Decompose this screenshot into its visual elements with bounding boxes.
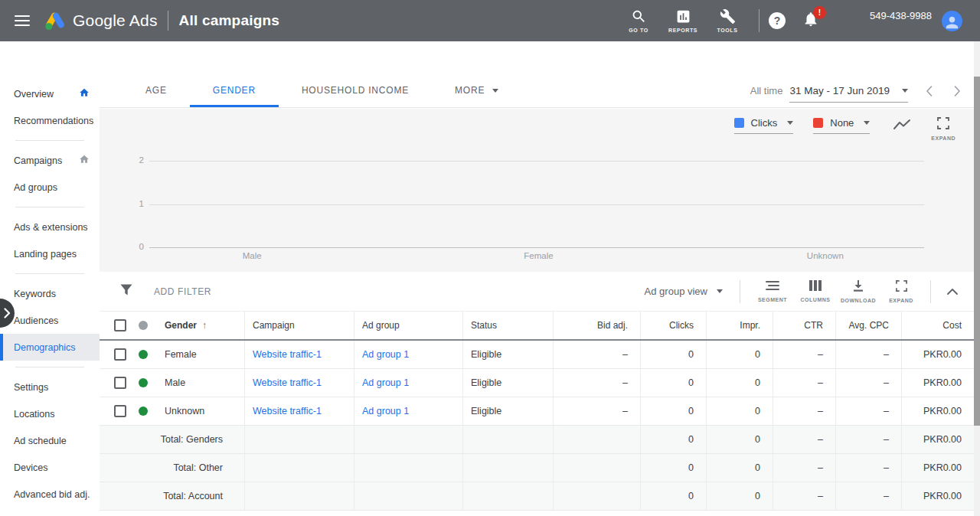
columns-button[interactable]: COLUMNS xyxy=(794,280,837,302)
x-axis-label-female: Female xyxy=(395,251,681,260)
campaign-link[interactable]: Website traffic-1 xyxy=(253,406,322,416)
select-all-checkbox[interactable] xyxy=(114,319,126,331)
vertical-scrollbar[interactable] xyxy=(974,41,980,516)
row-checkbox[interactable] xyxy=(114,405,126,417)
sidebar-item-label: Audiences xyxy=(14,315,58,326)
account-phone-number: 549-438-9988 xyxy=(870,10,932,21)
sidebar-item-devices[interactable]: Devices xyxy=(0,454,100,481)
header-cell-ad-group[interactable]: Ad group xyxy=(354,312,463,339)
header-cell-avg-cpc[interactable]: Avg. CPC xyxy=(836,312,902,339)
expand-label: EXPAND xyxy=(931,136,956,141)
avatar[interactable] xyxy=(942,11,962,31)
chart-expand-button[interactable]: EXPAND xyxy=(931,117,956,141)
column-label: Ad group xyxy=(362,320,400,331)
sidebar-item-advanced-bid-adj[interactable]: Advanced bid adj. xyxy=(0,481,100,508)
header-cell-gender[interactable]: Gender ↑ xyxy=(100,312,245,339)
add-filter-button[interactable]: ADD FILTER xyxy=(154,286,211,297)
sidebar-item-campaigns[interactable]: Campaigns xyxy=(0,147,100,174)
sidebar-item-demographics[interactable]: Demographics xyxy=(0,334,100,361)
header-cell-impr[interactable]: Impr. xyxy=(707,312,773,339)
gridline-0: 0 xyxy=(149,247,924,248)
wrench-icon xyxy=(720,8,736,24)
status-dot xyxy=(139,378,148,387)
ad-group-link[interactable]: Ad group 1 xyxy=(362,377,409,388)
sidebar-item-label: Ad groups xyxy=(14,182,57,193)
help-icon: ? xyxy=(774,15,781,27)
sidebar-item-ad-schedule[interactable]: Ad schedule xyxy=(0,427,100,454)
avg-cpc-value: – xyxy=(884,349,889,360)
goto-button[interactable]: GO TO xyxy=(621,8,656,33)
tab-label: HOUSEHOLD INCOME xyxy=(302,85,409,96)
row-checkbox[interactable] xyxy=(114,377,126,389)
tools-button[interactable]: TOOLS xyxy=(710,8,745,33)
tab-more[interactable]: MORE xyxy=(432,73,521,107)
sidebar-divider xyxy=(15,273,84,274)
campaign-link[interactable]: Website traffic-1 xyxy=(253,377,322,388)
column-label: Impr. xyxy=(740,320,760,331)
sidebar-item-ad-groups[interactable]: Ad groups xyxy=(0,174,100,201)
tab-label: MORE xyxy=(455,85,485,96)
filter-icon xyxy=(120,284,132,299)
sidebar-item-label: Campaigns xyxy=(14,155,62,166)
sidebar-item-label: Keywords xyxy=(14,289,56,299)
menu-icon[interactable] xyxy=(15,15,30,26)
header-cell-cost[interactable]: Cost xyxy=(902,312,974,339)
download-button[interactable]: DOWNLOAD xyxy=(837,280,880,303)
tools-label: TOOLS xyxy=(717,28,738,33)
line-chart-icon[interactable] xyxy=(893,119,911,134)
ad-group-link[interactable]: Ad group 1 xyxy=(362,406,409,416)
table-expand-button[interactable]: EXPAND xyxy=(880,280,923,303)
reports-button[interactable]: REPORTS xyxy=(665,8,701,33)
sidebar-item-overview[interactable]: Overview xyxy=(0,80,100,107)
tab-household-income[interactable]: HOUSEHOLD INCOME xyxy=(279,73,432,107)
header-cell-campaign[interactable]: Campaign xyxy=(245,312,354,339)
tab-age[interactable]: AGE xyxy=(122,73,190,107)
gridline-1: 1 xyxy=(149,204,924,205)
metric2-selector[interactable]: None xyxy=(813,117,870,134)
date-range-preset[interactable]: All time xyxy=(750,85,783,96)
sidebar-item-keywords[interactable]: Keywords xyxy=(0,280,100,307)
date-range-value: 31 May - 17 Jun 2019 xyxy=(789,85,890,96)
notifications-button[interactable]: ! xyxy=(802,11,819,31)
segment-button[interactable]: SEGMENT xyxy=(751,280,794,302)
sidebar-item-locations[interactable]: Locations xyxy=(0,400,100,427)
header-cell-ctr[interactable]: CTR xyxy=(773,312,836,339)
sidebar-item-recommendations[interactable]: Recommendations xyxy=(0,107,100,134)
sidebar-item-landing-pages[interactable]: Landing pages xyxy=(0,240,100,267)
column-label: Clicks xyxy=(669,320,694,331)
date-range-picker[interactable]: 31 May - 17 Jun 2019 xyxy=(789,80,908,103)
help-button[interactable]: ? xyxy=(769,12,786,29)
sidebar-item-ads-extensions[interactable]: Ads & extensions xyxy=(0,214,100,240)
collapse-chart-button[interactable] xyxy=(946,285,959,299)
header-cell-bid-adj[interactable]: Bid adj. xyxy=(554,312,641,339)
impr-value: 0 xyxy=(755,377,760,388)
scrollbar-thumb[interactable] xyxy=(974,77,980,426)
sidebar-item-settings[interactable]: Settings xyxy=(0,374,100,400)
view-selector-label: Ad group view xyxy=(645,286,707,297)
sidebar-item-audiences[interactable]: Audiences xyxy=(0,307,100,334)
view-selector[interactable]: Ad group view xyxy=(645,286,723,297)
ctr-value: – xyxy=(818,462,823,473)
google-ads-app: Google Ads All campaigns GO TO REPORTS xyxy=(0,0,980,516)
ctr-value: – xyxy=(818,377,823,388)
ad-group-link[interactable]: Ad group 1 xyxy=(362,349,409,360)
previous-period-button[interactable] xyxy=(925,85,933,97)
row-checkbox[interactable] xyxy=(114,348,126,361)
column-label: Gender xyxy=(165,320,197,331)
impr-value: 0 xyxy=(755,406,760,416)
ctr-value: – xyxy=(818,349,823,360)
campaign-link[interactable]: Website traffic-1 xyxy=(253,349,322,360)
download-label: DOWNLOAD xyxy=(841,298,876,303)
header-cell-status[interactable]: Status xyxy=(463,312,554,339)
bid-adj-value: – xyxy=(622,377,628,388)
next-period-button[interactable] xyxy=(953,85,962,97)
ctr-value: – xyxy=(818,491,823,501)
ctr-value: – xyxy=(818,406,823,416)
table-toolbar: ADD FILTER Ad group view SEGMENT xyxy=(100,272,974,312)
sidebar-item-label: Advanced bid adj. xyxy=(14,489,90,500)
metric1-selector[interactable]: Clicks xyxy=(734,117,794,134)
header-cell-clicks[interactable]: Clicks xyxy=(641,312,707,339)
tab-gender[interactable]: GENDER xyxy=(190,73,279,107)
cost-value: PKR0.00 xyxy=(923,406,962,416)
gender-value: Unknown xyxy=(165,406,204,416)
